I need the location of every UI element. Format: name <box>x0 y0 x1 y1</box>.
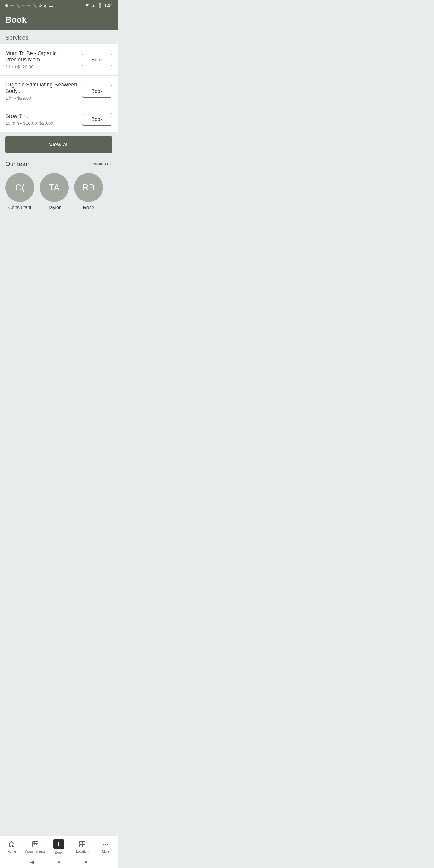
status-right: ▼ ▲ 🔋 9:54 <box>85 3 113 8</box>
battery-level-icon: 🔋 <box>97 3 102 8</box>
content-spacer <box>0 216 118 265</box>
services-list: Mum To Be - Organic Precious Mom... 1 hr… <box>0 44 118 132</box>
service-info-1: Mum To Be - Organic Precious Mom... 1 hr… <box>5 50 77 69</box>
team-section: Our team VIEW ALL C( Consultant TA Taylo… <box>0 158 118 216</box>
gear-icon: ⚙ <box>5 3 8 8</box>
clock: 9:54 <box>104 3 113 8</box>
status-bar: ⚙ ✏ 🔧 ✏ ✏ 🔧 ⟳ ◎ ▬ ▼ ▲ 🔋 9:54 <box>0 0 118 11</box>
team-header: Our team VIEW ALL <box>5 161 112 167</box>
service-info-3: Brow Tint 15 min • $16.00–$20.00 <box>5 113 77 126</box>
member-name-consultant: Consultant <box>8 205 32 210</box>
wrench-icon-2: 🔧 <box>32 3 37 8</box>
page-header: Book <box>0 11 118 30</box>
edit-icon-2: ✏ <box>22 3 25 8</box>
service-info-2: Organic Stimulating Seaweed Body... 1 hr… <box>5 82 77 101</box>
service-item-3: Brow Tint 15 min • $16.00–$20.00 Book <box>0 107 118 132</box>
member-name-rose: Rose <box>83 205 94 210</box>
service-item-1: Mum To Be - Organic Precious Mom... 1 hr… <box>0 44 118 76</box>
service-meta-2: 1 hr • $89.00 <box>5 96 77 101</box>
service-name-2: Organic Stimulating Seaweed Body... <box>5 82 77 94</box>
team-member-rose[interactable]: RB Rose <box>74 173 103 210</box>
team-members-list: C( Consultant TA Taylor RB Rose <box>5 173 112 215</box>
wifi-icon: ▼ <box>85 3 90 8</box>
page-title: Book <box>5 15 112 25</box>
circle-icon: ◎ <box>44 3 47 8</box>
service-meta-1: 1 hr • $120.00 <box>5 64 77 69</box>
avatar-rose: RB <box>74 173 103 202</box>
services-section-label: Services <box>0 30 118 44</box>
team-member-taylor[interactable]: TA Taylor <box>40 173 69 210</box>
service-meta-3: 15 min • $16.00–$20.00 <box>5 121 77 126</box>
member-name-taylor: Taylor <box>48 205 61 210</box>
edit-icon-3: ✏ <box>27 3 30 8</box>
book-button-1[interactable]: Book <box>82 54 112 66</box>
edit-icon-1: ✏ <box>10 3 13 8</box>
view-all-button[interactable]: View all <box>5 136 112 153</box>
wrench-icon-1: 🔧 <box>16 3 20 8</box>
book-button-3[interactable]: Book <box>82 113 112 126</box>
refresh-icon: ⟳ <box>39 3 42 8</box>
signal-icon: ▲ <box>91 3 96 8</box>
avatar-consultant: C( <box>5 173 34 202</box>
battery-icon: ▬ <box>49 3 53 8</box>
service-name-1: Mum To Be - Organic Precious Mom... <box>5 50 77 63</box>
book-button-2[interactable]: Book <box>82 85 112 98</box>
avatar-taylor: TA <box>40 173 69 202</box>
team-view-all-button[interactable]: VIEW ALL <box>92 162 112 166</box>
service-item-2: Organic Stimulating Seaweed Body... 1 hr… <box>0 76 118 107</box>
team-title: Our team <box>5 161 30 167</box>
status-icons: ⚙ ✏ 🔧 ✏ ✏ 🔧 ⟳ ◎ ▬ <box>5 3 53 8</box>
team-member-consultant[interactable]: C( Consultant <box>5 173 34 210</box>
service-name-3: Brow Tint <box>5 113 77 119</box>
